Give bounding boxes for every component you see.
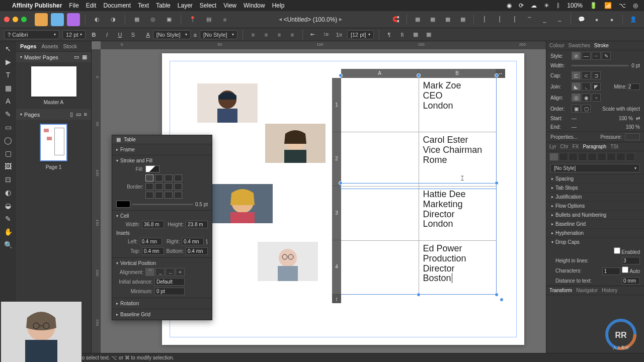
show-paragraph-panel-icon[interactable]: ¶	[384, 30, 394, 39]
border-preset-grid[interactable]	[145, 174, 182, 199]
page-1-thumbnail[interactable]	[40, 124, 67, 161]
minimum-input[interactable]	[154, 288, 185, 295]
cap-square[interactable]: ⊐	[592, 71, 601, 79]
dropcaps-enabled[interactable]: Enabled	[614, 247, 640, 255]
battery-icon[interactable]: 🔋	[590, 2, 597, 9]
pages-header[interactable]: ▾Pages ▯ ▭ ≡	[16, 109, 91, 120]
tab-textstyles[interactable]: TSt	[610, 144, 618, 149]
align-inside-stroke[interactable]: ◉	[582, 94, 591, 102]
p-align-spine[interactable]	[616, 153, 625, 161]
close-window[interactable]	[4, 17, 10, 22]
table-panel[interactable]: ▦Table ▸Frame ▾Stroke and Fill Fill: Bor…	[112, 135, 212, 320]
join-miter[interactable]: ◤	[592, 82, 601, 90]
photo-persona[interactable]	[67, 13, 80, 26]
row-3[interactable]: 3	[332, 186, 341, 240]
swap-arrows-icon[interactable]: ⇄	[636, 116, 640, 121]
expand-flow[interactable]: Flow Options	[546, 201, 644, 210]
stroke-properties[interactable]: Properties...	[550, 134, 578, 140]
align-left-text[interactable]: ≡	[248, 30, 258, 39]
stroke-dash-icon[interactable]: ┄	[592, 52, 601, 60]
tab-swatches[interactable]: Swatches	[568, 43, 590, 48]
align-center-text[interactable]: ≡	[261, 30, 271, 39]
table-row[interactable]: Ed Power Production Director Boston	[341, 241, 496, 295]
tab-assets[interactable]: Assets	[41, 43, 58, 49]
font-size[interactable]: 12 pt▾	[62, 30, 86, 39]
arrange-forward-icon[interactable]: ▦	[426, 13, 439, 26]
inset-left-input[interactable]	[140, 238, 162, 245]
single-page-icon[interactable]: ▯	[70, 111, 73, 118]
selection-handle[interactable]	[339, 181, 343, 185]
loop-icon[interactable]: ⟳	[519, 2, 524, 9]
frame-text-tool-icon[interactable]: T	[4, 70, 13, 79]
join-bevel[interactable]: ◣	[572, 82, 581, 90]
pressure-curve[interactable]	[625, 133, 640, 140]
menu-select[interactable]: Select	[200, 2, 216, 9]
tab-navigator[interactable]: Navigator	[576, 288, 598, 293]
paragraph-style[interactable]: [No Style]▾	[153, 30, 191, 39]
cloud-icon[interactable]: ☁	[531, 2, 537, 9]
place-image-tool-icon[interactable]: 🖼	[4, 162, 13, 171]
dropcaps-dist-input[interactable]	[622, 277, 640, 285]
account-icon[interactable]: 👤	[627, 13, 640, 26]
strike-button[interactable]: S	[128, 30, 138, 39]
align-justify-text[interactable]: ≡	[287, 30, 297, 39]
dropcaps-chars-input[interactable]	[602, 267, 620, 275]
pen-tool-icon[interactable]: ✎	[4, 110, 13, 119]
p-justify-center[interactable]	[588, 153, 597, 161]
spread-icon[interactable]: ▭	[76, 111, 81, 118]
rotation-section[interactable]: ▸Rotation	[116, 300, 208, 307]
cap-butt[interactable]: ⊏	[572, 71, 581, 79]
selection-handle-corner[interactable]	[500, 298, 504, 302]
baseline-icon[interactable]: ≡	[218, 13, 231, 26]
border-color-swatch[interactable]	[116, 201, 130, 208]
inset-top-input[interactable]	[142, 247, 164, 255]
pan-tool-icon[interactable]: ✋	[4, 227, 13, 236]
screenrec-icon[interactable]: ◉	[507, 2, 512, 9]
tab-character[interactable]: Chr	[560, 144, 569, 149]
zoom-window[interactable]	[21, 17, 27, 22]
preview-icon[interactable]: ◐	[91, 13, 104, 26]
align-top-icon[interactable]: ⎺	[523, 13, 536, 26]
selection-handle[interactable]	[495, 293, 499, 297]
expand-baseline[interactable]: Baseline Grid	[546, 219, 644, 228]
selection-handle[interactable]	[339, 73, 343, 77]
control-center-icon[interactable]: ⌥	[619, 2, 626, 9]
table-row[interactable]: Carol Ester Vice Chairman Rome	[341, 132, 496, 187]
frame-section[interactable]: ▸Frame	[116, 146, 208, 153]
color-picker-tool-icon[interactable]: ✎	[4, 214, 13, 223]
arrange-back-icon[interactable]: ▦	[456, 13, 469, 26]
menu-text[interactable]: Text	[138, 2, 149, 9]
dropcaps-auto[interactable]: Auto	[622, 268, 640, 274]
siri-icon[interactable]: ◎	[633, 2, 638, 9]
valign-top[interactable]: ⎴	[145, 268, 154, 276]
app-name[interactable]: Affinity Publisher	[12, 2, 62, 9]
stroke-fill-section[interactable]: ▾Stroke and Fill	[116, 157, 208, 164]
bold-button[interactable]: B	[89, 30, 99, 39]
inset-bottom-input[interactable]	[186, 247, 208, 255]
leading[interactable]: [12 pt]▾	[347, 30, 374, 39]
expand-bullets[interactable]: Bullets and Numbering	[546, 210, 644, 219]
tab-transform[interactable]: Transform	[549, 288, 572, 293]
stroke-solid-icon[interactable]: —	[582, 52, 591, 60]
selection-handle[interactable]	[495, 181, 499, 185]
align-right-icon[interactable]: ⎮	[508, 13, 521, 26]
move-tool-icon[interactable]: ↖	[4, 44, 13, 53]
p-justify-right[interactable]	[597, 153, 606, 161]
comment-icon[interactable]: 💬	[575, 13, 588, 26]
cell-width-input[interactable]	[142, 221, 164, 228]
expand-dropcaps[interactable]: Drop Caps	[546, 237, 644, 246]
order-front[interactable]: ▢	[582, 105, 591, 113]
preflight-icon[interactable]: ●	[590, 13, 603, 26]
menu-window[interactable]: Window	[244, 2, 265, 9]
menu-layer[interactable]: Layer	[178, 2, 193, 9]
vpos-section[interactable]: ▾Vertical Position	[116, 259, 208, 267]
bluetooth-icon[interactable]: ᛒ	[556, 2, 560, 9]
photo-1[interactable]	[197, 83, 258, 123]
minimize-window[interactable]	[13, 17, 18, 22]
p-align-center[interactable]	[559, 153, 568, 161]
char-style-icon[interactable]: a	[194, 32, 197, 38]
p-justify-all[interactable]	[607, 153, 616, 161]
valign-center[interactable]: ⎯	[155, 268, 165, 276]
rounded-rect-tool-icon[interactable]: ▢	[4, 149, 13, 158]
underline-button[interactable]: U	[115, 30, 125, 39]
